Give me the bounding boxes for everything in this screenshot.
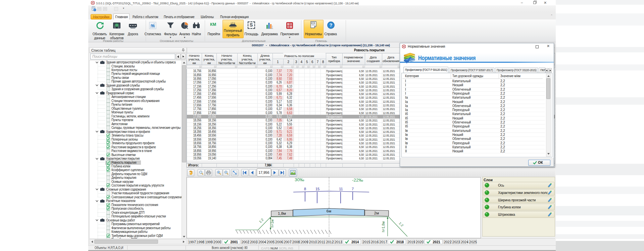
svg-text:1:2: 1:2 [258,217,264,223]
svg-text:h=1,8м: h=1,8м [382,221,385,232]
svg-text:7: 7 [352,187,354,191]
svg-text:H: H [403,45,405,48]
svg-text:1,8м: 1,8м [278,211,286,215]
svg-text:15: 15 [315,187,319,191]
svg-text:1:2: 1:2 [398,221,404,228]
svg-text:+: + [94,9,96,11]
svg-text:8: 8 [304,187,306,191]
svg-text:H: H [92,2,94,4]
svg-text:?: ? [330,22,333,28]
svg-text:2м: 2м [374,211,379,215]
svg-text:11: 11 [339,187,343,191]
svg-text:6м: 6м [327,209,331,213]
svg-text:%: % [151,23,155,28]
svg-text:ГОСТ: ГОСТ [311,22,315,24]
svg-text:h=1м: h=1м [270,219,274,228]
